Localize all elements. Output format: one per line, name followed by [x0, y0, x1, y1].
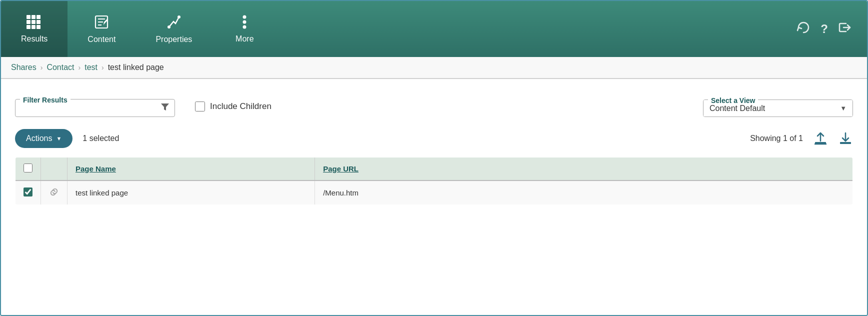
row-page-url: /Menu.htm — [315, 180, 853, 205]
svg-rect-2 — [36, 15, 40, 19]
main-content: Filter Results Include Children Select a… — [1, 79, 867, 315]
svg-point-14 — [168, 26, 170, 28]
svg-rect-5 — [36, 20, 40, 24]
svg-rect-7 — [32, 25, 36, 29]
actions-row: Actions ▼ 1 selected Showing 1 of 1 — [15, 129, 853, 148]
view-selector-label: Select a View — [708, 96, 758, 104]
link-icon — [49, 190, 59, 198]
showing-text: Showing 1 of 1 — [750, 134, 803, 143]
nav-properties[interactable]: Properties — [136, 1, 212, 57]
actions-label: Actions — [26, 134, 52, 143]
results-icon — [26, 15, 42, 32]
svg-rect-20 — [840, 142, 851, 144]
view-selector-group: Select a View Content Default — [703, 92, 853, 117]
selected-count: 1 selected — [82, 134, 119, 143]
breadcrumb: Shares › Contact › test › test linked pa… — [1, 57, 867, 79]
nav-content-label: Content — [88, 35, 116, 44]
header-link-cell — [41, 158, 68, 181]
nav-right-actions: ? — [796, 1, 867, 57]
download-icon[interactable] — [838, 131, 853, 146]
actions-dropdown-arrow: ▼ — [56, 136, 62, 142]
select-all-checkbox[interactable] — [24, 164, 32, 172]
svg-rect-0 — [26, 15, 30, 19]
nav-more[interactable]: More — [212, 1, 277, 57]
row-link-icon-cell — [41, 180, 68, 205]
row-checkbox[interactable] — [24, 188, 32, 196]
svg-point-13 — [178, 16, 180, 18]
include-children-checkbox[interactable] — [195, 102, 205, 112]
properties-icon — [166, 14, 182, 32]
main-window: Results Content — [0, 0, 868, 316]
filter-funnel-icon — [160, 102, 170, 114]
nav-more-label: More — [236, 34, 254, 44]
sort-page-name[interactable]: Page Name — [76, 164, 116, 173]
svg-rect-6 — [26, 25, 30, 29]
svg-rect-4 — [32, 20, 36, 24]
breadcrumb-sep-1: › — [40, 64, 43, 72]
svg-point-17 — [243, 25, 246, 28]
include-children-label: Include Children — [210, 102, 272, 112]
filter-row: Filter Results Include Children Select a… — [15, 91, 853, 117]
svg-point-15 — [243, 15, 246, 18]
row-checkbox-cell — [16, 180, 41, 205]
header-page-url[interactable]: Page URL — [315, 158, 853, 181]
svg-rect-8 — [36, 25, 40, 29]
actions-right: Showing 1 of 1 — [750, 131, 853, 146]
refresh-icon[interactable] — [796, 20, 810, 38]
table-header-row: Page Name Page URL — [16, 158, 853, 181]
breadcrumb-current: test linked page — [108, 63, 164, 72]
nav-content[interactable]: Content — [68, 1, 136, 57]
data-table: Page Name Page URL — [15, 157, 853, 205]
sort-page-url[interactable]: Page URL — [323, 164, 358, 173]
top-navigation: Results Content — [1, 1, 867, 57]
row-page-name: test linked page — [68, 180, 315, 205]
help-icon[interactable]: ? — [820, 22, 828, 36]
nav-properties-label: Properties — [156, 35, 192, 44]
table-row: test linked page /Menu.htm — [16, 180, 853, 205]
upload-icon[interactable] — [813, 131, 828, 146]
content-icon — [94, 14, 109, 32]
svg-rect-3 — [26, 20, 30, 24]
svg-rect-1 — [32, 15, 36, 19]
svg-point-16 — [243, 20, 246, 24]
logout-icon[interactable] — [838, 20, 852, 38]
more-icon — [242, 15, 246, 32]
header-page-name[interactable]: Page Name — [68, 158, 315, 181]
header-checkbox-cell — [16, 158, 41, 181]
filter-label: Filter Results — [20, 96, 70, 104]
include-children-group: Include Children — [195, 102, 272, 112]
filter-input[interactable] — [20, 104, 160, 112]
filter-results-group: Filter Results — [15, 91, 175, 117]
breadcrumb-sep-2: › — [78, 64, 81, 72]
actions-button[interactable]: Actions ▼ — [15, 129, 72, 148]
breadcrumb-sep-3: › — [102, 64, 104, 72]
breadcrumb-test[interactable]: test — [84, 63, 98, 72]
nav-results-label: Results — [21, 34, 48, 44]
nav-results[interactable]: Results — [1, 1, 68, 57]
breadcrumb-contact[interactable]: Contact — [46, 63, 74, 72]
breadcrumb-shares[interactable]: Shares — [11, 63, 36, 72]
